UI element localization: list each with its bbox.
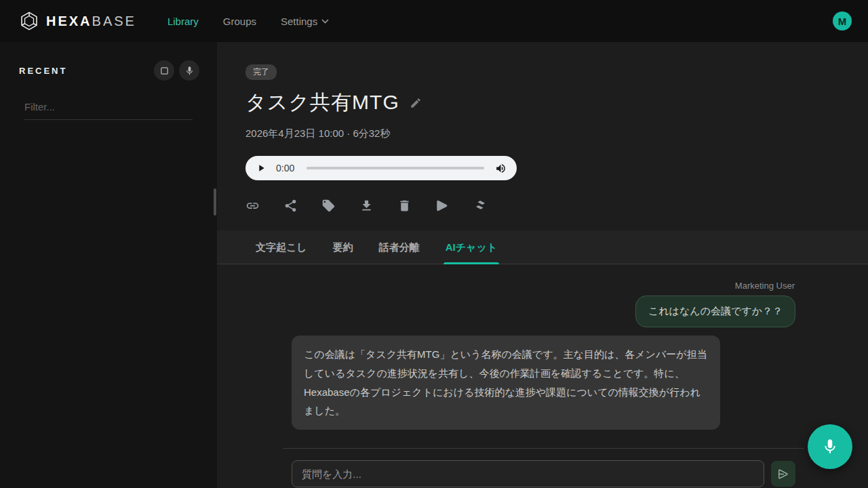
meeting-datetime: 2026年4月23日 10:00 · 6分32秒 <box>245 127 840 140</box>
volume-icon <box>495 163 507 174</box>
delete-button[interactable] <box>397 199 412 213</box>
logo-base: BASE <box>92 14 136 29</box>
playback-time: 0:00 <box>276 163 294 174</box>
ai-message-bubble: この会議は「タスク共有MTG」という名称の会議です。主な目的は、各メンバーが担当… <box>292 336 720 430</box>
tab-summary[interactable]: 要約 <box>320 230 366 264</box>
edit-title-button[interactable] <box>410 97 422 109</box>
tag-button[interactable] <box>321 199 336 213</box>
download-icon <box>359 199 374 213</box>
user-message-bubble: これはなんの会議ですか？？ <box>635 296 795 327</box>
tag-icon <box>321 199 336 213</box>
audio-player: 0:00 <box>245 156 517 180</box>
top-navigation-bar: HEXABASE Library Groups Settings M <box>0 0 868 42</box>
microphone-icon <box>184 66 195 76</box>
chevron-down-icon <box>321 19 329 24</box>
microphone-icon <box>821 438 839 455</box>
meeting-detail-panel: 完了 タスク共有MTG 2026年4月23日 10:00 · 6分32秒 0:0… <box>217 42 868 488</box>
select-items-button[interactable] <box>154 60 174 81</box>
nav-library[interactable]: Library <box>167 16 199 27</box>
copy-link-button[interactable] <box>245 199 260 213</box>
link-icon <box>245 199 260 213</box>
status-badge: 完了 <box>245 64 277 80</box>
pencil-icon <box>410 97 422 109</box>
download-button[interactable] <box>359 199 374 213</box>
record-audio-button[interactable] <box>179 60 199 81</box>
play-icon <box>256 163 267 174</box>
tab-transcript[interactable]: 文字起こし <box>243 230 320 264</box>
sidebar-scrollbar[interactable] <box>214 188 216 216</box>
app-window: HEXABASE Library Groups Settings M RECEN… <box>0 0 868 488</box>
send-to-button[interactable] <box>435 199 450 213</box>
hexabase-logo[interactable]: HEXABASE <box>19 11 136 31</box>
chat-sender-name: Marketing User <box>735 281 795 291</box>
primary-nav: Library Groups Settings <box>167 16 329 27</box>
filter-input[interactable] <box>24 97 193 119</box>
floating-record-button[interactable] <box>808 424 852 469</box>
user-avatar[interactable]: M <box>833 12 852 30</box>
hexabase-logo-icon <box>19 11 39 31</box>
tab-ai-chat[interactable]: AIチャット <box>433 230 510 264</box>
recent-sidebar: RECENT <box>0 42 217 488</box>
hexabase-transfer-button[interactable] <box>473 199 488 213</box>
play-button[interactable] <box>256 163 267 174</box>
logo-wordmark: HEXABASE <box>46 14 136 29</box>
share-button[interactable] <box>283 199 298 213</box>
hexabase-transfer-icon <box>473 199 488 213</box>
detail-tabbar: 文字起こし 要約 話者分離 AIチャット <box>217 230 868 264</box>
nav-settings[interactable]: Settings <box>281 16 329 27</box>
send-icon <box>777 468 790 481</box>
nav-groups[interactable]: Groups <box>223 16 256 27</box>
recent-heading: RECENT <box>19 66 67 76</box>
send-icon <box>435 199 450 213</box>
logo-hexa: HEXA <box>46 14 92 29</box>
volume-button[interactable] <box>495 163 507 174</box>
square-outline-icon <box>159 66 170 76</box>
page-title: タスク共有MTG <box>245 89 399 117</box>
seek-slider[interactable] <box>307 167 484 169</box>
trash-icon <box>397 199 412 213</box>
chat-send-button[interactable] <box>771 461 795 487</box>
nav-settings-label: Settings <box>281 16 317 27</box>
chat-question-input[interactable] <box>292 460 764 487</box>
ai-chat-panel: Marketing User これはなんの会議ですか？？ この会議は「タスク共有… <box>283 264 804 488</box>
share-icon <box>283 199 298 213</box>
meeting-action-toolbar <box>245 199 840 213</box>
chat-divider <box>283 448 804 449</box>
tab-speaker-separation[interactable]: 話者分離 <box>366 230 433 264</box>
